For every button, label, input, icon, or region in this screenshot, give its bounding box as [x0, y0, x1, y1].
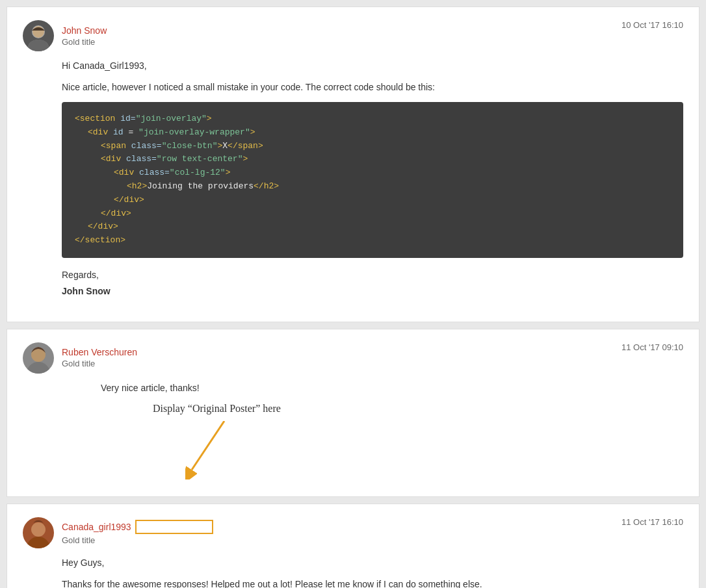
post-3: Canada_girl1993 Gold title 11 Oct '17 16… — [7, 504, 699, 588]
code-block-1: <section id="join-overlay"> <div id = "j… — [62, 102, 683, 258]
code-line-2: <span class="close-btn">X</span> — [75, 140, 670, 153]
user-title-2: Gold title — [62, 359, 137, 368]
post-header-2: Ruben Verschuren Gold title 11 Oct '17 0… — [23, 342, 683, 374]
annotation-label: Display “Original Poster” here — [153, 403, 281, 415]
code-line-3: <div class="row text-center"> — [75, 153, 670, 166]
op-badge — [135, 520, 213, 534]
avatar-canada — [23, 517, 54, 548]
timestamp-1: 10 Oct '17 16:10 — [621, 20, 683, 30]
svg-point-9 — [31, 522, 46, 537]
code-line-4: <div class="col-lg-12"> — [75, 166, 670, 180]
code-line-9: </section> — [75, 234, 670, 248]
svg-line-7 — [192, 421, 224, 470]
code-line-1: <div id = "join-overlay-wrapper"> — [75, 126, 670, 140]
post-body-1: Hi Canada_Girl1993, Nice article, howeve… — [62, 59, 683, 298]
annotation-arrow — [185, 421, 263, 479]
timestamp-2: 11 Oct '17 09:10 — [621, 342, 683, 352]
code-line-0: <section id="join-overlay"> — [75, 112, 670, 126]
username-2[interactable]: Ruben Verschuren — [62, 347, 137, 357]
post-header-1: John Snow Gold title 10 Oct '17 16:10 — [23, 20, 683, 51]
username-3[interactable]: Canada_girl1993 — [62, 522, 131, 532]
regards-1: Regards, — [62, 268, 683, 282]
author-info-2: Ruben Verschuren Gold title — [62, 347, 137, 368]
author-info-3: Canada_girl1993 Gold title — [62, 520, 213, 545]
post-signature-1: Regards, John Snow — [62, 268, 683, 298]
code-line-6: </div> — [75, 194, 670, 207]
greeting-1: Hi Canada_Girl1993, — [62, 59, 683, 73]
code-line-5: <h2>Joining the providers</h2> — [75, 180, 670, 194]
post-2: Ruben Verschuren Gold title 11 Oct '17 0… — [7, 329, 699, 497]
body-text-3: Thanks for the awesome responses! Helped… — [62, 578, 683, 588]
post-body-2: Very nice article, thanks! Display “Orig… — [62, 381, 683, 481]
post-body-3: Hey Guys, Thanks for the awesome respons… — [62, 556, 683, 588]
svg-point-8 — [27, 537, 50, 548]
user-title-1: Gold title — [62, 37, 107, 47]
svg-point-4 — [27, 362, 50, 374]
author-section-1: John Snow Gold title — [23, 20, 107, 51]
avatar-ruben — [23, 342, 54, 374]
body-text-2: Very nice article, thanks! — [101, 381, 683, 395]
author-section-3: Canada_girl1993 Gold title — [23, 517, 213, 548]
intro-1: Nice article, however I noticed a small … — [62, 81, 683, 94]
author-info-1: John Snow Gold title — [62, 25, 107, 47]
annotation-area: Very nice article, thanks! Display “Orig… — [101, 381, 683, 481]
avatar-john — [23, 20, 54, 51]
timestamp-3: 11 Oct '17 16:10 — [621, 517, 683, 527]
username-1[interactable]: John Snow — [62, 25, 107, 36]
user-title-3: Gold title — [62, 535, 213, 545]
code-line-8: </div> — [75, 220, 670, 234]
svg-point-3 — [28, 40, 49, 51]
greeting-3: Hey Guys, — [62, 556, 683, 570]
sig-name-1: John Snow — [62, 285, 683, 298]
author-section-2: Ruben Verschuren Gold title — [23, 342, 137, 374]
post-header-3: Canada_girl1993 Gold title 11 Oct '17 16… — [23, 517, 683, 548]
code-line-7: </div> — [75, 207, 670, 221]
post-1: John Snow Gold title 10 Oct '17 16:10 Hi… — [7, 6, 699, 322]
